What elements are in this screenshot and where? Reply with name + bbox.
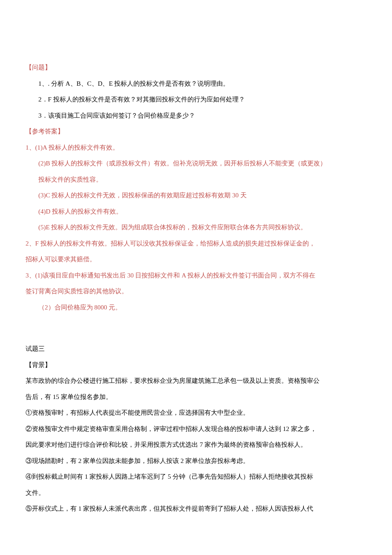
- point-4b: 文件。: [26, 485, 366, 501]
- background-header: 【背景】: [26, 357, 366, 373]
- point-2b: 因此要求对他们进行综合评价和比较，并采用投票方式优选出 7 家作为最终的资格预审…: [26, 437, 366, 453]
- question-3-title: 试题三: [26, 341, 366, 357]
- spacer: [26, 332, 366, 341]
- answer-1-5: (5)E 投标人的投标文件无效。因为组成联合体投标的，投标文件应附联合体各方共同…: [26, 220, 366, 236]
- background-line-2: 告后，有 15 家单位报名参加。: [26, 389, 366, 405]
- answer-1-4: (4)D 投标人的投标文件有效。: [26, 204, 366, 220]
- point-1: ①资格预审时，有招标人代表提出不能使用民营企业，应选择国有大中型企业。: [26, 405, 366, 421]
- answer-3b: 签订背离合同实质性容的其他协议。: [26, 283, 366, 300]
- question-3: 3．该项目施工合同应该如何签订？合同价格应是多少？: [26, 108, 366, 124]
- point-5: ⑤开标仪式上，有 1 家投标人未派代表出席，但其投标文件提前寄到了招标人处，招标…: [26, 501, 366, 517]
- answer-3c: （2）合同价格应为 8000 元。: [26, 300, 366, 316]
- answer-block: 1、(1)A 投标人的投标文件有效。 (2)B 投标人的投标文件（或原投标文件）…: [26, 140, 366, 316]
- answer-1-2b: 投标文件的实质性容。: [26, 172, 366, 188]
- question-1: 1、. 分析 A、B、C、D、E 投标人的投标文件是否有效？说明理由。: [26, 76, 366, 92]
- answer-1-2a: (2)B 投标人的投标文件（或原投标文件）有效。但补充说明无效，因开标后投标人不…: [26, 156, 366, 172]
- answer-header: 【参考答案】: [26, 124, 366, 140]
- spacer: [26, 315, 366, 332]
- question-2: 2．F 投标人的投标文件是否有效？对其撤回投标文件的行为应如何处理？: [26, 92, 366, 108]
- point-3: ③现场踏勘时，有 2 家单位因故未能参加，招标人按该 2 家单位放弃投标考虑。: [26, 453, 366, 469]
- answer-3a: 3、(1)该项目应自中标通知书发出后 30 日按招标文件和 A 投标人的投标文件…: [26, 268, 366, 284]
- answer-1-1: 1、(1)A 投标人的投标文件有效。: [26, 140, 366, 156]
- background-line-1: 某市政协的综合办公楼进行施工招标，要求投标企业为房屋建筑施工总承包一级及以上资质…: [26, 373, 366, 389]
- point-2a: ②资格预审文件中规定资格审查采用合格制，评审过程中招标人发现合格的投标申请人达到…: [26, 421, 366, 437]
- answer-2a: 2、F 投标人的投标文件有效。招标人可以没收其投标保证金，给招标人造成的损失超过…: [26, 236, 366, 252]
- point-4a: ④到投标截止时间有 1 家投标人因路上堵车迟到了 5 分钟（己事先告知招标人）招…: [26, 469, 366, 485]
- question-header: 【问题】: [26, 60, 366, 76]
- answer-1-3: (3)C 投标人的投标文件无效，因投标保函的有效期应超过投标有效期 30 天: [26, 188, 366, 204]
- answer-2b: 招标人可以要求其赔偿。: [26, 251, 366, 268]
